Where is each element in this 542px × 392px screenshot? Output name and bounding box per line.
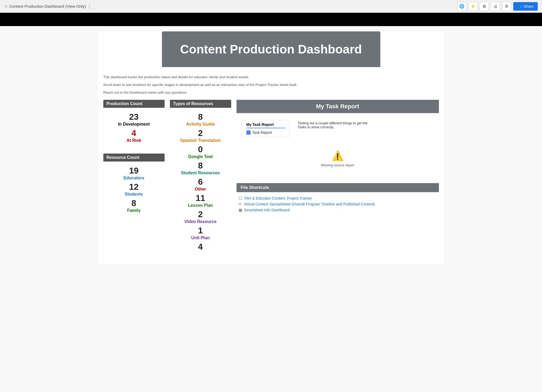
educators-label: Educators	[103, 176, 165, 180]
unit-plan-block: 1 Unit Plan	[170, 226, 231, 240]
spanish-translation-block: 2 Spanish Translation	[170, 128, 231, 143]
file-item-label-3: Smartsheet Info Dashboard	[244, 208, 290, 212]
file-icon-2: ✏	[239, 202, 242, 206]
task-item[interactable]: Task Report	[246, 130, 285, 135]
student-resources-number: 8	[170, 161, 231, 171]
task-item-label: Task Report	[252, 130, 272, 135]
left-column: Production Count 23 In Development 4 At …	[103, 100, 165, 214]
black-band	[0, 13, 542, 26]
file-item-label-2: Virtual Content Spreadsheet (Overall Pro…	[244, 202, 375, 206]
file-item-1[interactable]: ☐ TAH & Educator Content: Project Tracke…	[237, 195, 439, 201]
file-icon-3: ▦	[239, 208, 242, 212]
my-task-report-header: My Task Report	[237, 100, 439, 113]
star-icon[interactable]: ☆	[4, 4, 8, 9]
spanish-translation-label: Spanish Translation	[170, 138, 231, 143]
activity-guide-block: 8 Activity Guide	[170, 112, 231, 127]
other-label: Other	[170, 187, 231, 192]
share-label: Share	[524, 4, 533, 9]
google-tool-label: Google Tool	[170, 154, 231, 159]
dashboard-banner: Content Production Dashboard	[162, 31, 380, 67]
present-button[interactable]: 🖥	[480, 2, 489, 11]
activity-guide-label: Activity Guide	[170, 122, 231, 127]
page-title-text: Content Production Dashboard (View Only)	[9, 4, 86, 9]
file-item-3[interactable]: ▦ Smartsheet Info Dashboard	[237, 207, 439, 213]
subtitle-3: Reach out to the Dashboard owner with an…	[103, 88, 439, 96]
types-of-resources-header: Types of Resources	[170, 100, 231, 108]
video-resource-block: 2 Video Resource	[170, 209, 231, 224]
filter-button[interactable]: ⚡	[468, 2, 478, 11]
educators-number: 19	[103, 166, 165, 176]
video-resource-number: 2	[170, 209, 231, 219]
subtitle-1: This dashboard tracks the production sta…	[103, 72, 439, 80]
top-bar: ☆ Content Production Dashboard (View Onl…	[0, 0, 542, 13]
share-icon: 👥	[517, 4, 522, 9]
settings-button[interactable]: ⚙	[502, 2, 511, 11]
lesson-plan-number: 11	[170, 193, 231, 203]
google-tool-block: 0 Google Tool	[170, 145, 231, 159]
family-number: 8	[103, 198, 165, 208]
in-development-number: 23	[103, 112, 165, 122]
production-count-header: Production Count	[103, 100, 165, 108]
in-development-label: In Development	[103, 122, 165, 127]
resource-count-section: Resource Count 19 Educators 12 Students …	[103, 154, 165, 213]
right-column: My Task Report My Task Report Task Repor…	[237, 100, 439, 213]
at-risk-label: At Risk	[103, 138, 165, 143]
file-item-label-1: TAH & Educator Content: Project Tracker	[244, 196, 312, 200]
lesson-plan-label: Lesson Plan	[170, 203, 231, 208]
missing-source-text: Missing source report	[321, 163, 354, 167]
at-risk-number: 4	[103, 128, 165, 138]
students-block: 12 Students	[103, 182, 165, 197]
family-block: 8 Family	[103, 198, 165, 213]
dashboard-title: Content Production Dashboard	[167, 42, 375, 56]
educators-block: 19 Educators	[103, 166, 165, 180]
other-block: 6 Other	[170, 177, 231, 192]
share-button[interactable]: 👥 Share	[513, 2, 538, 11]
my-task-report-section: My Task Report My Task Report Task Repor…	[237, 100, 439, 178]
lesson-plan-block: 11 Lesson Plan	[170, 193, 231, 208]
three-col-layout: Production Count 23 In Development 4 At …	[103, 100, 439, 253]
warning-icon: ⚠️	[242, 150, 434, 162]
file-icon-1: ☐	[239, 196, 242, 200]
other-number: 6	[170, 177, 231, 187]
task-report-inner: My Task Report Task Report Testing out a…	[237, 117, 439, 140]
in-development-block: 23 In Development	[103, 112, 165, 127]
at-risk-block: 4 At Risk	[103, 128, 165, 143]
unit-plan-label: Unit Plan	[170, 236, 231, 240]
task-item-icon	[246, 130, 251, 135]
task-panel-title: My Task Report	[246, 122, 285, 128]
student-resources-label: Student Resources	[170, 171, 231, 175]
more-icon[interactable]: ⋮	[87, 4, 91, 9]
subtitle-2: Scroll down to see timelines for specifi…	[103, 80, 439, 88]
missing-source-block: ⚠️ Missing source report	[237, 140, 439, 178]
production-count-section: Production Count 23 In Development 4 At …	[103, 100, 165, 143]
video-resource-label: Video Resource	[170, 219, 231, 224]
google-tool-number: 0	[170, 145, 231, 154]
family-label: Family	[103, 208, 165, 213]
task-panel: My Task Report Task Report	[242, 120, 290, 137]
activity-guide-number: 8	[170, 112, 231, 122]
students-number: 12	[103, 182, 165, 192]
print-button[interactable]: 🖨	[491, 2, 500, 11]
file-shortcuts-header: File Shortcuts	[237, 183, 439, 192]
file-item-2[interactable]: ✏ Virtual Content Spreadsheet (Overall P…	[237, 201, 439, 207]
toolbar-icons: 🌐 ⚡ 🖥 🖨 ⚙ 👥 Share	[457, 2, 538, 11]
globe-button[interactable]: 🌐	[457, 2, 466, 11]
main-content: Content Production Dashboard This dashbo…	[98, 31, 444, 264]
extra-number-block: 4	[170, 242, 231, 252]
page-title: ☆ Content Production Dashboard (View Onl…	[4, 4, 91, 9]
resource-count-header: Resource Count	[103, 154, 165, 162]
middle-column: Types of Resources 8 Activity Guide 2 Sp…	[170, 100, 231, 253]
unit-plan-number: 1	[170, 226, 231, 236]
task-note: Testing out a couple different things to…	[298, 120, 372, 137]
spanish-translation-number: 2	[170, 128, 231, 138]
students-label: Students	[103, 192, 165, 197]
file-shortcuts-section: File Shortcuts ☐ TAH & Educator Content:…	[237, 183, 439, 213]
student-resources-block: 8 Student Resources	[170, 161, 231, 175]
extra-number: 4	[170, 242, 231, 252]
